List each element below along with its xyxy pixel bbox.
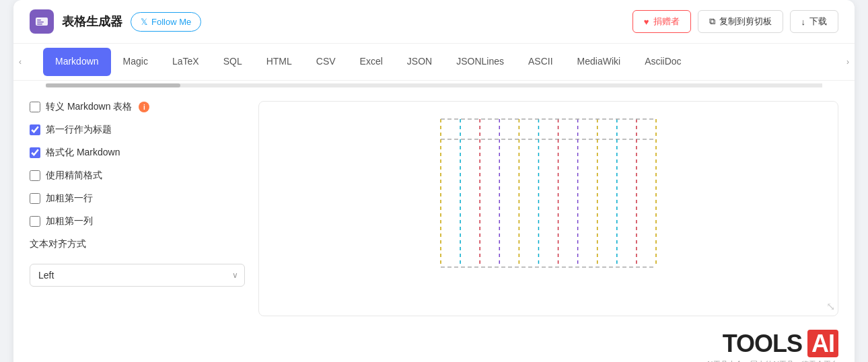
options-panel: 转义 Markdown 表格i第一行作为标题格式化 Markdown使用精简格式… — [30, 101, 245, 316]
logo-icon — [30, 9, 54, 34]
label-bold_first_row: 加粗第一行 — [46, 192, 93, 205]
label-format_markdown: 格式化 Markdown — [46, 147, 120, 159]
tab-ascii[interactable]: ASCII — [516, 48, 565, 76]
brand-logo: TOOLS AI — [723, 330, 838, 358]
preview-lines — [270, 112, 827, 301]
tab-jsonlines[interactable]: JSONLines — [444, 48, 516, 76]
preview-area: ⤡ — [258, 101, 838, 316]
copy-button[interactable]: ⧉ 复制到剪切板 — [698, 10, 783, 33]
checkbox-row-first_row_header: 第一行作为标题 — [30, 124, 245, 136]
tab-csv[interactable]: CSV — [304, 48, 348, 76]
svg-rect-1 — [37, 20, 41, 21]
main-content: 转义 Markdown 表格i第一行作为标题格式化 Markdown使用精简格式… — [13, 87, 855, 330]
tab-html[interactable]: HTML — [254, 48, 304, 76]
svg-rect-3 — [37, 24, 42, 25]
label-bold_first_col: 加粗第一列 — [46, 215, 93, 227]
tab-bar: MarkdownMagicLaTeXSQLHTMLCSVExcelJSONJSO… — [27, 44, 841, 80]
brand-tools-text: TOOLS — [723, 330, 802, 357]
label-escape_markdown: 转义 Markdown 表格 — [46, 101, 132, 113]
donate-button[interactable]: ♥ 捐赠者 — [632, 10, 691, 33]
heart-icon: ♥ — [644, 17, 649, 27]
download-icon: ↓ — [801, 17, 806, 27]
tab-mediawiki[interactable]: MediaWiki — [565, 48, 633, 76]
checkbox-row-compact: 使用精简格式 — [30, 170, 245, 182]
checkbox-first_row_header[interactable] — [30, 124, 40, 135]
info-icon[interactable]: i — [139, 102, 149, 112]
footer-brand: TOOLS AI AI工具大全，国内外AI工具一览无余平台 — [13, 330, 855, 362]
tab-excel[interactable]: Excel — [348, 48, 395, 76]
scroll-right-arrow[interactable]: › — [841, 52, 855, 72]
checkbox-format_markdown[interactable] — [30, 147, 40, 158]
tab-json[interactable]: JSON — [395, 48, 444, 76]
follow-label: Follow Me — [151, 17, 191, 27]
follow-button[interactable]: 𝕏 Follow Me — [131, 12, 201, 32]
align-label: 文本对齐方式 — [30, 238, 245, 250]
download-label: 下载 — [809, 15, 827, 28]
label-compact: 使用精简格式 — [46, 170, 102, 182]
checkbox-row-format_markdown: 格式化 Markdown — [30, 147, 245, 159]
checkbox-row-bold_first_row: 加粗第一行 — [30, 192, 245, 205]
align-select[interactable]: LeftCenterRightDefault — [30, 264, 245, 287]
donate-label: 捐赠者 — [653, 15, 680, 28]
tab-magic[interactable]: Magic — [111, 48, 160, 76]
header: 表格生成器 𝕏 Follow Me ♥ 捐赠者 ⧉ 复制到剪切板 ↓ 下载 — [13, 0, 855, 44]
brand-ai-text: AI — [807, 330, 838, 357]
brand-subtitle: AI工具大全，国内外AI工具一览无余平台 — [706, 359, 838, 362]
checkbox-bold_first_col[interactable] — [30, 216, 40, 227]
align-select-wrapper: LeftCenterRightDefault∨ — [30, 264, 245, 287]
scroll-left-arrow[interactable]: ‹ — [13, 52, 27, 72]
tab-sql[interactable]: SQL — [211, 48, 254, 76]
tab-latex[interactable]: LaTeX — [160, 48, 211, 76]
tab-bar-wrapper: ‹ MarkdownMagicLaTeXSQLHTMLCSVExcelJSONJ… — [13, 44, 855, 81]
checkbox-row-bold_first_col: 加粗第一列 — [30, 215, 245, 227]
tab-markdown[interactable]: Markdown — [43, 48, 111, 76]
checkbox-row-escape_markdown: 转义 Markdown 表格i — [30, 101, 245, 113]
copy-label: 复制到剪切板 — [719, 15, 772, 28]
tab-asciidoc[interactable]: AsciiDoc — [632, 48, 693, 76]
svg-rect-2 — [37, 22, 44, 23]
label-first_row_header: 第一行作为标题 — [46, 124, 112, 136]
copy-icon: ⧉ — [709, 16, 715, 27]
checkbox-bold_first_row[interactable] — [30, 193, 40, 204]
resize-handle[interactable]: ⤡ — [826, 300, 835, 313]
app-title: 表格生成器 — [62, 13, 122, 30]
checkbox-compact[interactable] — [30, 170, 40, 181]
download-button[interactable]: ↓ 下载 — [790, 10, 839, 33]
app-container: 表格生成器 𝕏 Follow Me ♥ 捐赠者 ⧉ 复制到剪切板 ↓ 下载 ‹ … — [13, 0, 855, 362]
twitter-icon: 𝕏 — [141, 17, 147, 27]
checkbox-escape_markdown[interactable] — [30, 102, 40, 112]
header-right: ♥ 捐赠者 ⧉ 复制到剪切板 ↓ 下载 — [632, 10, 838, 33]
header-left: 表格生成器 𝕏 Follow Me — [30, 9, 201, 34]
